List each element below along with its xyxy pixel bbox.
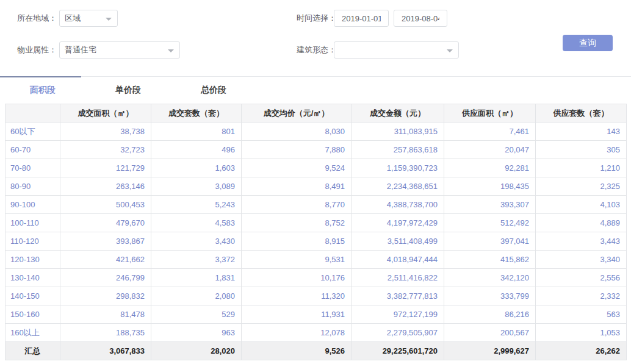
- column-header: 供应套数（套）: [536, 104, 627, 123]
- cell-value: 11,931: [242, 305, 352, 324]
- row-category: 160以上: [5, 324, 60, 342]
- table-row: 70-80121,7291,6039,5241,159,390,72392,28…: [5, 159, 627, 177]
- tab-3[interactable]: 总价段: [171, 77, 256, 104]
- cell-value: 7,880: [242, 141, 352, 159]
- cell-value: 1,210: [536, 159, 627, 177]
- table-row: 140-150298,8322,08011,3203,382,777,81333…: [5, 287, 627, 305]
- row-category: 60以下: [5, 123, 60, 141]
- cell-value: 563: [536, 305, 627, 324]
- table-row: 110-120393,8673,4308,9153,511,408,499397…: [5, 232, 627, 251]
- cell-value: 397,041: [444, 232, 536, 251]
- cell-value: 8,915: [242, 232, 352, 251]
- row-category: 90-100: [5, 196, 60, 214]
- cell-value: 311,083,915: [352, 123, 444, 141]
- column-header: 成交均价（元/㎡）: [242, 104, 352, 123]
- cell-value: 4,103: [536, 196, 627, 214]
- table-row: 90-100500,4535,2438,7704,388,738,700393,…: [5, 196, 627, 214]
- cell-value: 8,770: [242, 196, 352, 214]
- row-category: 110-120: [5, 232, 60, 251]
- cell-value: 121,729: [60, 159, 151, 177]
- row-category: 60-70: [5, 141, 60, 159]
- row-category: 100-110: [5, 214, 60, 232]
- cell-value: 2,511,416,822: [352, 269, 444, 287]
- cell-value: 421,662: [60, 251, 151, 269]
- row-category: 130-140: [5, 269, 60, 287]
- cell-value: 529: [151, 305, 242, 324]
- cell-value: 4,583: [151, 214, 242, 232]
- cell-value: 801: [151, 123, 242, 141]
- chevron-down-icon: [447, 49, 453, 52]
- cell-value: 1,603: [151, 159, 242, 177]
- summary-row: 汇总3,067,83328,0209,52629,225,601,7202,99…: [5, 342, 627, 360]
- cell-value: 342,120: [444, 269, 536, 287]
- cell-value: 4,018,947,444: [352, 251, 444, 269]
- time-label: 时间选择：: [297, 10, 336, 27]
- building-label: 建筑形态：: [297, 41, 336, 59]
- cell-value: 9,526: [242, 342, 352, 360]
- cell-value: 26,262: [536, 342, 627, 360]
- cell-value: 20,047: [444, 141, 536, 159]
- cell-value: 4,889: [536, 214, 627, 232]
- query-button[interactable]: 查询: [563, 35, 613, 51]
- cell-value: 9,531: [242, 251, 352, 269]
- cell-value: 4,388,738,700: [352, 196, 444, 214]
- property-select[interactable]: 普通住宅: [59, 41, 180, 59]
- cell-value: 143: [536, 123, 627, 141]
- cell-value: 8,752: [242, 214, 352, 232]
- cell-value: 86,216: [444, 305, 536, 324]
- cell-value: 29,225,601,720: [352, 342, 444, 360]
- cell-value: 263,146: [60, 177, 151, 196]
- cell-value: 333,799: [444, 287, 536, 305]
- cell-value: 415,862: [444, 251, 536, 269]
- table-row: 120-130421,6623,3729,5314,018,947,444415…: [5, 251, 627, 269]
- tab-bar: 面积段单价段总价段: [0, 76, 631, 104]
- cell-value: 3,511,408,499: [352, 232, 444, 251]
- cell-value: 12,078: [242, 324, 352, 342]
- column-header: 成交金额（元）: [352, 104, 444, 123]
- cell-value: 9,524: [242, 159, 352, 177]
- cell-value: 479,670: [60, 214, 151, 232]
- cell-value: 305: [536, 141, 627, 159]
- cell-value: 1,159,390,723: [352, 159, 444, 177]
- column-header: [5, 104, 60, 123]
- cell-value: 2,080: [151, 287, 242, 305]
- cell-value: 92,281: [444, 159, 536, 177]
- cell-value: 512,492: [444, 214, 536, 232]
- chevron-down-icon: [106, 18, 112, 21]
- row-category: 120-130: [5, 251, 60, 269]
- cell-value: 10,176: [242, 269, 352, 287]
- cell-value: 2,325: [536, 177, 627, 196]
- table-header-row: 成交面积（㎡）成交套数（套）成交均价（元/㎡）成交金额（元）供应面积（㎡）供应套…: [5, 104, 627, 123]
- cell-value: 32,723: [60, 141, 151, 159]
- tab-2[interactable]: 单价段: [85, 77, 171, 104]
- region-selected-value: 区域: [65, 13, 81, 23]
- region-label: 所在地域：: [17, 10, 57, 27]
- table-row: 130-140246,7991,83110,1762,511,416,82234…: [5, 269, 627, 287]
- date-end-input[interactable]: [394, 10, 447, 27]
- cell-value: 3,382,777,813: [352, 287, 444, 305]
- cell-value: 963: [151, 324, 242, 342]
- cell-value: 972,127,199: [352, 305, 444, 324]
- cell-value: 3,089: [151, 177, 242, 196]
- cell-value: 81,478: [60, 305, 151, 324]
- cell-value: 3,443: [536, 232, 627, 251]
- cell-value: 3,340: [536, 251, 627, 269]
- cell-value: 1,053: [536, 324, 627, 342]
- tab-1[interactable]: 面积段: [0, 77, 85, 104]
- property-selected-value: 普通住宅: [65, 45, 96, 54]
- cell-value: 8,491: [242, 177, 352, 196]
- table-row: 160以上188,73596312,0782,279,505,907200,56…: [5, 324, 627, 342]
- cell-value: 1,831: [151, 269, 242, 287]
- chevron-down-icon: [168, 49, 174, 52]
- cell-value: 2,332: [536, 287, 627, 305]
- cell-value: 246,799: [60, 269, 151, 287]
- cell-value: 2,279,505,907: [352, 324, 444, 342]
- summary-category: 汇总: [5, 342, 60, 360]
- cell-value: 7,461: [444, 123, 536, 141]
- column-header: 成交套数（套）: [151, 104, 242, 123]
- region-select[interactable]: 区域: [59, 10, 118, 27]
- table-row: 100-110479,6704,5838,7524,197,972,429512…: [5, 214, 627, 232]
- building-select[interactable]: [334, 41, 459, 59]
- table-row: 150-16081,47852911,931972,127,19986,2165…: [5, 305, 627, 324]
- date-start-input[interactable]: [334, 10, 389, 27]
